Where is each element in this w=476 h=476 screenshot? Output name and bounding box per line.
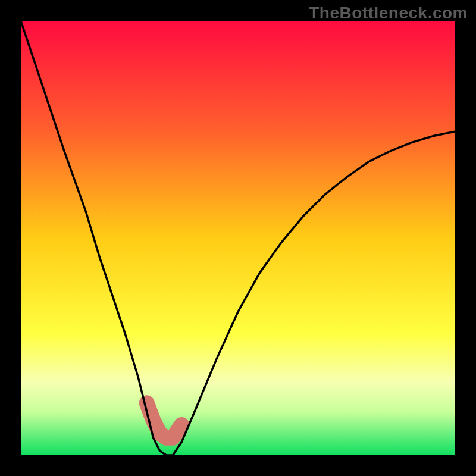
- plot-background: [21, 21, 455, 455]
- chart-svg: [0, 0, 476, 476]
- watermark-text: TheBottleneck.com: [309, 4, 468, 23]
- chart-stage: TheBottleneck.com: [0, 0, 476, 476]
